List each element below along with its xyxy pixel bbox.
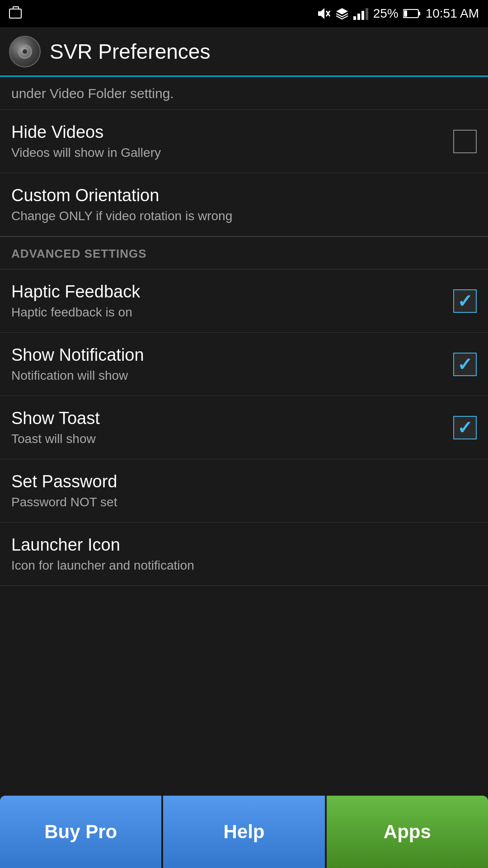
bottom-buttons: Buy Pro Help Apps — [0, 796, 488, 868]
svg-rect-9 — [418, 12, 420, 15]
svg-rect-4 — [353, 16, 356, 20]
mute-icon — [317, 7, 331, 20]
haptic-feedback-title: Haptic Feedback — [11, 282, 444, 302]
hide-videos-subtitle: Videos will show in Gallery — [11, 146, 444, 160]
show-toast-text: Show Toast Toast will show — [11, 409, 453, 446]
app-icon — [9, 36, 41, 67]
show-toast-title: Show Toast — [11, 409, 444, 428]
app-title: SVR Preferences — [50, 39, 210, 64]
custom-orientation-title: Custom Orientation — [11, 186, 468, 205]
custom-orientation-text: Custom Orientation Change ONLY if video … — [11, 186, 477, 223]
haptic-feedback-checkbox[interactable] — [453, 289, 477, 313]
battery-percent: 25% — [373, 6, 399, 21]
section-header-text: ADVANCED SETTINGS — [11, 247, 147, 260]
status-bar-left — [9, 9, 22, 19]
set-password-subtitle: Password NOT set — [11, 495, 468, 509]
app-header: SVR Preferences — [0, 27, 488, 77]
show-toast-subtitle: Toast will show — [11, 432, 444, 446]
apps-button[interactable]: Apps — [327, 796, 488, 868]
launcher-icon-text: Launcher Icon Icon for launcher and noti… — [11, 535, 477, 573]
signal-icon — [353, 7, 369, 20]
svg-rect-7 — [366, 8, 368, 20]
launcher-icon-title: Launcher Icon — [11, 535, 468, 555]
show-notification-checkbox[interactable] — [453, 353, 477, 376]
hide-videos-item[interactable]: Hide Videos Videos will show in Gallery — [0, 110, 488, 173]
show-notification-text: Show Notification Notification will show — [11, 345, 453, 383]
content: under Video Folder setting. Hide Videos … — [0, 77, 488, 663]
show-notification-item[interactable]: Show Notification Notification will show — [0, 333, 488, 396]
haptic-feedback-subtitle: Haptic feedback is on — [11, 305, 444, 320]
photo-icon — [9, 9, 22, 19]
show-toast-item[interactable]: Show Toast Toast will show — [0, 396, 488, 459]
custom-orientation-subtitle: Change ONLY if video rotation is wrong — [11, 209, 468, 223]
svg-marker-0 — [318, 8, 324, 19]
advanced-settings-header: ADVANCED SETTINGS — [0, 236, 488, 269]
layers-icon — [335, 7, 349, 20]
show-notification-title: Show Notification — [11, 345, 444, 365]
set-password-item[interactable]: Set Password Password NOT set — [0, 459, 488, 523]
status-icons: 25% 10:51 AM — [317, 6, 479, 21]
partial-text: under Video Folder setting. — [0, 77, 488, 110]
hide-videos-title: Hide Videos — [11, 123, 444, 142]
set-password-title: Set Password — [11, 472, 468, 491]
set-password-text: Set Password Password NOT set — [11, 472, 477, 509]
svg-marker-3 — [336, 8, 348, 14]
show-notification-subtitle: Notification will show — [11, 368, 444, 383]
haptic-feedback-text: Haptic Feedback Haptic feedback is on — [11, 282, 453, 320]
haptic-feedback-item[interactable]: Haptic Feedback Haptic feedback is on — [0, 269, 488, 333]
battery-icon — [403, 9, 421, 19]
buy-pro-button[interactable]: Buy Pro — [0, 796, 161, 868]
status-time: 10:51 AM — [426, 6, 479, 21]
launcher-icon-subtitle: Icon for launcher and notification — [11, 558, 468, 573]
svg-rect-10 — [404, 10, 407, 17]
help-button[interactable]: Help — [163, 796, 324, 868]
show-toast-checkbox[interactable] — [453, 416, 477, 439]
svg-rect-5 — [357, 14, 360, 20]
launcher-icon-item[interactable]: Launcher Icon Icon for launcher and noti… — [0, 523, 488, 586]
app-icon-inner — [18, 44, 32, 59]
status-bar: 25% 10:51 AM — [0, 0, 488, 27]
custom-orientation-item[interactable]: Custom Orientation Change ONLY if video … — [0, 173, 488, 236]
hide-videos-text: Hide Videos Videos will show in Gallery — [11, 123, 453, 160]
svg-rect-6 — [361, 11, 364, 20]
hide-videos-checkbox[interactable] — [453, 130, 477, 153]
